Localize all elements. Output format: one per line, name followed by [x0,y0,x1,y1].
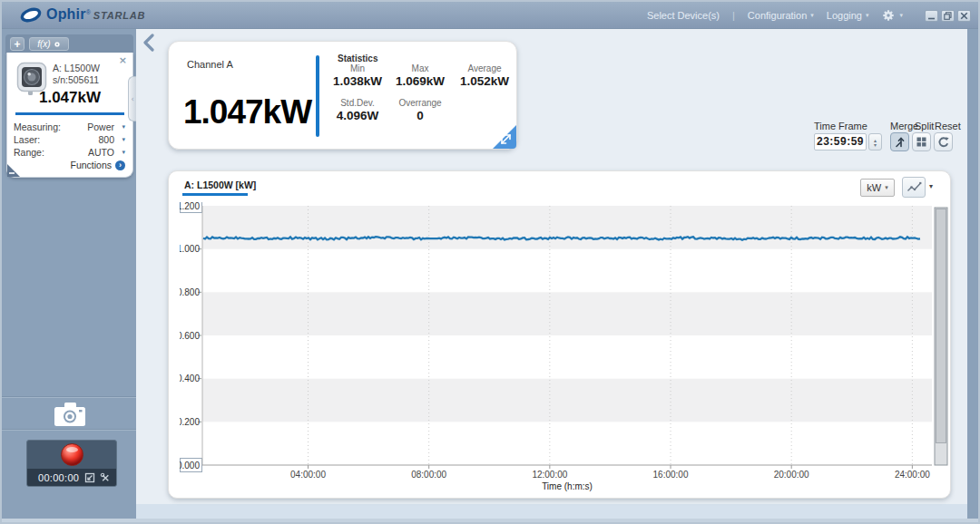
divider [2,396,136,398]
main-footer-strip [136,504,967,519]
menu-logging[interactable]: Logging▾ [827,10,869,21]
x-tick-label: 08:00:00 [411,470,446,480]
panel-resize-corner[interactable] [493,125,516,149]
reset-button[interactable] [934,132,953,151]
caret-down-icon[interactable]: ▾ [122,137,125,143]
plot-band [202,379,932,422]
reset-label: Reset [935,121,961,131]
stat-max-label: Max [412,63,429,73]
divider [2,429,136,431]
fold-minimize-dash [9,172,15,174]
timeframe-input[interactable]: 23:59:59 [814,133,867,150]
sidebar-toolbar: + f(x) [5,34,133,53]
ophir-logo: Ophir® STARLAB [20,6,145,23]
chart-tab[interactable]: A: L1500W [kW] [184,180,256,190]
spinner-down-icon[interactable]: ▾ [874,142,877,147]
y-tick-label: 1.200 [180,202,200,211]
reading-underline [15,112,124,115]
restore-icon [944,12,952,20]
measuring-row: Measuring: Power ▾ [14,121,114,134]
caret-down-icon: ▾ [899,13,903,19]
menu-select-devices[interactable]: Select Device(s) [647,10,720,21]
sidebar-collapse-handle[interactable]: ‹ [128,76,136,121]
laser-row: Laser: 800 ▾ [14,134,114,147]
record-elapsed-time: 00:00:00 [38,472,79,483]
power-trend-chart: 04:00:0008:00:0012:00:0016:00:0020:00:00… [180,202,950,492]
channel-a-panel: Channel A 1.047kW Statistics Min Max Ave… [168,41,517,150]
brand-suffix: STARLAB [93,10,145,21]
record-status-strip: 00:00:00 [27,469,116,486]
range-row: Range: AUTO ▾ [14,147,114,160]
stat-max-value: 1.069kW [396,74,445,88]
titlebar: Ophir® STARLAB Select Device(s) | Config… [2,2,978,29]
minimize-button[interactable] [925,10,938,22]
stat-stddev-label: Std.Dev. [340,98,375,108]
caret-down-icon: ▾ [885,185,888,191]
measuring-dropdown[interactable]: Power [87,121,114,132]
line-chart-icon [906,181,922,193]
timeframe-spinner[interactable]: ▴ ▾ [868,133,882,150]
record-button[interactable] [61,443,83,466]
reset-circular-arrow-icon [937,136,950,149]
caret-down-icon: ▾ [866,13,869,19]
restore-button[interactable] [941,10,955,22]
y-tick-label: 0.200 [180,417,200,427]
device-name-block: A: L1500W s/n:505611 [53,63,100,86]
statistics-title: Statistics [338,53,377,63]
range-dropdown[interactable]: AUTO [88,147,114,158]
settings-gear-menu[interactable]: ▾ [881,8,903,23]
x-tick-label: 04:00:00 [290,470,326,480]
window-right-frame [967,29,978,519]
stat-average-label: Average [467,63,501,73]
screenshot-camera-button[interactable] [54,402,86,427]
close-button[interactable] [957,10,971,22]
timeframe-label: Time Frame [814,121,867,131]
export-log-icon[interactable] [84,472,95,483]
add-channel-button[interactable]: + [10,37,24,51]
y-tick-label: 1.000 [180,244,200,254]
window-controls [925,10,971,22]
x-tick-label: 12:00:00 [532,470,567,480]
y-tick-label: 0.400 [180,374,200,383]
y-tick-label: 0.600 [180,331,200,341]
stat-min-label: Min [350,63,365,73]
caret-down-icon[interactable]: ▾ [122,124,125,131]
split-button[interactable] [912,132,931,151]
stat-min-value: 1.038kW [333,74,382,88]
caret-down-icon: ▾ [810,13,814,19]
functions-fx-button[interactable]: f(x) [29,37,69,51]
y-tick-label: 0.800 [180,287,200,297]
device-card: × A: L1500W s/n:505611 1.047kW Measuring… [6,53,133,178]
brand-registered-mark: ® [86,9,91,15]
caret-down-icon[interactable]: ▾ [122,150,125,156]
unit-select-dropdown[interactable]: kW ▾ [860,179,895,197]
chart-scrollbar-thumb[interactable] [936,209,946,443]
sidebar: + f(x) × A: L1500W s/n:505611 [2,29,136,519]
plot-band [202,206,932,249]
collapse-panel-chevron-icon[interactable] [142,34,156,52]
x-axis-label: Time (h:m:s) [542,481,593,491]
device-close-icon[interactable]: × [119,54,127,66]
chart-type-caret-icon[interactable]: ▾ [929,183,933,190]
brand-name: Ophir [46,6,86,23]
minimize-icon [927,12,936,20]
y-tick-label: 0.000 [180,461,200,471]
chart-panel: A: L1500W [kW] kW ▾ ▾ 04:00:0008:00:0012… [168,170,951,499]
ophir-swoosh-icon [20,7,42,23]
fx-gear-icon [54,41,61,48]
chart-tab-underline [182,193,248,196]
window-bottom-frame [2,519,978,522]
device-reading: 1.047kW [7,89,132,107]
functions-link[interactable]: Functions › [70,160,125,170]
chart-type-button[interactable] [902,177,926,198]
merge-button[interactable] [890,132,909,151]
laser-dropdown[interactable]: 800 [98,134,114,145]
record-settings-tools-icon[interactable] [100,472,111,483]
stat-overrange-value: 0 [416,109,424,122]
card-collapse-fold[interactable] [7,164,20,177]
device-channel-name: A: L1500W [53,63,100,74]
titlebar-menu: Select Device(s) | Configuration▾ Loggin… [647,2,971,29]
menu-configuration[interactable]: Configuration▾ [748,10,814,21]
stat-average-value: 1.052kW [460,74,509,88]
merge-icon [894,136,906,148]
